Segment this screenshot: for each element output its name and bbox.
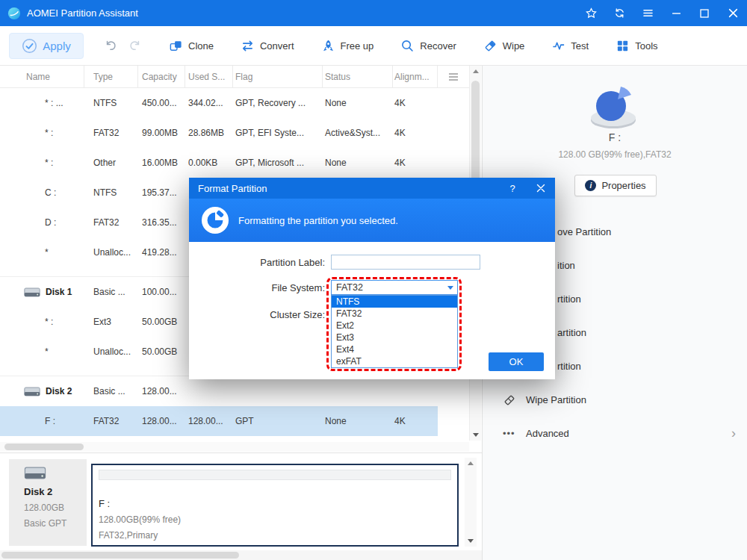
file-system-option[interactable]: Ext3 (332, 332, 457, 343)
apply-button[interactable]: Apply (9, 33, 84, 59)
cell: Ext3 (84, 307, 138, 337)
table-horizontal-scrollbar[interactable] (0, 442, 469, 452)
cell: Basic ... (84, 376, 138, 406)
dialog-help-button[interactable]: ? (498, 178, 527, 199)
column-header[interactable]: Name (0, 66, 84, 87)
table-row[interactable]: * : ...NTFS450.00...344.02...GPT, Recove… (0, 88, 438, 118)
scroll-down-arrow[interactable] (465, 535, 476, 547)
toolbar-button-label: Recover (420, 40, 456, 52)
partition-block-selected[interactable]: F : 128.00GB(99% free) FAT32,Primary (91, 464, 459, 547)
toolbar-tools-button[interactable]: Tools (616, 39, 657, 53)
titlebar: AOMEI Partition Assistant (0, 0, 747, 26)
cell: FAT32 (84, 406, 138, 436)
disk-info-box[interactable]: Disk 2 128.00GB Basic GPT (9, 459, 87, 546)
scroll-thumb[interactable] (1, 552, 239, 559)
row-name: F : (45, 416, 55, 426)
table-row[interactable]: * :FAT3299.00MB28.86MBGPT, EFI Syste...A… (0, 118, 438, 148)
cell: * : (0, 118, 84, 148)
freeup-icon (321, 39, 335, 53)
close-button[interactable] (719, 0, 747, 26)
cell: F : (0, 406, 84, 436)
dialog-titlebar: Format Partition ? (189, 178, 555, 199)
table-row[interactable]: * :Other16.00MB0.00KBGPT, Microsoft ...N… (0, 148, 438, 178)
cell: None (323, 406, 393, 436)
hamburger-menu-icon[interactable] (633, 0, 662, 26)
file-system-option[interactable]: Ext2 (332, 320, 457, 332)
scroll-up-arrow[interactable] (465, 458, 476, 469)
column-header[interactable]: Flag (233, 66, 323, 87)
cell: Unalloc... (84, 337, 138, 367)
column-header[interactable]: Status (323, 66, 393, 87)
cell: * (0, 337, 84, 367)
file-system-label: File System: (189, 282, 325, 293)
cell: NTFS (84, 88, 138, 118)
cell: None (323, 88, 393, 118)
file-system-dropdown[interactable]: FAT32 (331, 280, 458, 295)
scroll-thumb[interactable] (4, 444, 84, 450)
cell (185, 376, 233, 406)
column-header[interactable]: Used S... (185, 66, 233, 87)
scroll-down-arrow[interactable] (470, 429, 481, 441)
sync-icon[interactable] (605, 0, 633, 26)
toolbar-recover-button[interactable]: Recover (400, 39, 456, 53)
cell: * : (0, 307, 84, 337)
maximize-button[interactable] (690, 0, 719, 26)
toolbar-button-label: Wipe (503, 40, 525, 52)
table-header: NameTypeCapacityUsed S...FlagStatusAlign… (0, 66, 469, 88)
cell: 4K (393, 118, 438, 148)
sidebar-item-label: Advanced (526, 428, 569, 439)
cluster-size-label: Cluster Size: (189, 309, 325, 320)
toolbar-convert-button[interactable]: Convert (241, 39, 294, 53)
cell: 344.02... (185, 88, 233, 118)
partition-label-input[interactable] (331, 255, 480, 270)
column-header[interactable]: Capacity (138, 66, 185, 87)
sidebar-item-label: ove Partition (557, 226, 611, 237)
cell: 4K (393, 88, 438, 118)
cell: Unalloc... (84, 237, 138, 267)
toolbar-button-label: Convert (260, 40, 294, 52)
cell: 28.86MB (185, 118, 233, 148)
chevron-down-icon (447, 286, 453, 290)
toolbar-test-button[interactable]: Test (551, 39, 589, 53)
file-system-option[interactable]: FAT32 (332, 308, 457, 320)
toolbar-clone-button[interactable]: Clone (169, 39, 214, 53)
partition-block-name: F : (99, 498, 451, 509)
file-system-option[interactable]: exFAT (332, 355, 457, 367)
ok-button[interactable]: OK (489, 352, 544, 371)
toolbar-free-up-button[interactable]: Free up (321, 39, 374, 53)
table-row[interactable]: F :FAT32128.00...128.00...GPTNone4K (0, 406, 438, 436)
column-header[interactable]: Type (84, 66, 138, 87)
dialog-header: Formatting the partition you selected. (189, 199, 555, 242)
undo-icon[interactable] (105, 39, 117, 55)
star-icon[interactable] (577, 0, 605, 26)
diskmap-horizontal-scrollbar[interactable] (0, 550, 482, 560)
sidebar-item-wipe-partition[interactable]: Wipe Partition (483, 383, 747, 417)
scroll-up-arrow[interactable] (470, 66, 481, 77)
app-logo-icon (7, 7, 21, 20)
file-system-option[interactable]: Ext4 (332, 343, 457, 355)
column-settings-icon[interactable] (448, 72, 459, 84)
cell: * (0, 237, 84, 267)
cell (233, 376, 323, 406)
diskmap-vertical-scrollbar[interactable] (465, 458, 477, 547)
row-name: * (45, 346, 49, 357)
file-system-value: FAT32 (336, 282, 363, 293)
minimize-button[interactable] (662, 0, 690, 26)
cell (393, 376, 438, 406)
cell: 0.00KB (185, 148, 233, 178)
cell: GPT, Recovery ... (233, 88, 323, 118)
properties-button[interactable]: i Properties (574, 175, 657, 196)
cell: Basic ... (84, 277, 138, 307)
file-system-option[interactable]: NTFS (332, 296, 457, 308)
cell: 50.00GB (138, 307, 185, 337)
cell: GPT (233, 406, 323, 436)
sidebar-item-advanced[interactable]: •••Advanced› (483, 417, 747, 450)
cell: C : (0, 178, 84, 208)
wipe-icon (483, 39, 498, 53)
table-row[interactable]: Disk 2Basic ...128.00... (0, 376, 438, 406)
column-header[interactable]: Alignm... (393, 66, 438, 87)
toolbar-wipe-button[interactable]: Wipe (483, 39, 525, 53)
dialog-close-button[interactable] (527, 178, 555, 199)
titlebar-controls (577, 0, 747, 26)
redo-icon[interactable] (128, 39, 141, 55)
